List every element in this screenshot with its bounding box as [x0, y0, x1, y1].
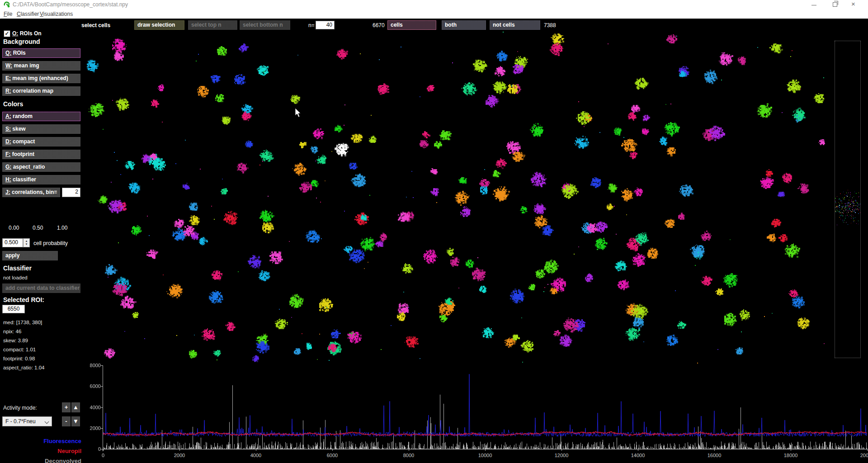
trace-up-button[interactable]: ▲ — [71, 402, 80, 412]
suite2p-window: { "window": { "title": "C:/DATA/BootCamp… — [0, 0, 868, 463]
y-tick-mark — [101, 428, 103, 429]
classifier-heading: Classifier — [3, 265, 32, 272]
menu-classifier[interactable]: Classifier — [17, 11, 39, 17]
x-tick-mark — [791, 449, 791, 451]
mouse-cursor — [295, 108, 302, 118]
x-tick-label: 18000 — [777, 453, 804, 458]
minimap-panel[interactable] — [835, 41, 861, 358]
y-tick-label: 0 — [83, 446, 101, 452]
spin-down-icon: ▼ — [25, 243, 28, 246]
x-tick-mark — [638, 449, 638, 451]
y-tick-label: 2000 — [83, 425, 101, 431]
select-cells-label: select cells — [81, 22, 110, 28]
menu-bar — [0, 9, 868, 19]
y-tick-mark — [101, 407, 103, 408]
color-button-aspect-ratio[interactable]: G: aspect_ratio — [2, 162, 80, 172]
background-button-correlation-map[interactable]: R: correlation map — [2, 86, 80, 96]
roi-stat-compact: compact: 1.01 — [3, 347, 36, 352]
trace-plot[interactable] — [103, 365, 867, 449]
x-tick-mark — [561, 449, 562, 451]
add-to-classifier-button[interactable]: add current data to classifier — [2, 283, 80, 293]
x-tick-mark — [103, 449, 104, 451]
x-tick-mark — [332, 449, 333, 451]
y-tick-label: 6000 — [83, 383, 101, 389]
up-arrow-icon: ▲ — [73, 404, 79, 411]
cell-probability-label: cell probability — [33, 240, 68, 246]
x-tick-label: 8000 — [395, 453, 422, 458]
draw-selection-button[interactable]: draw selection — [134, 20, 184, 30]
trace-zoom-in-button[interactable]: + — [62, 402, 71, 412]
down-arrow-icon: ▼ — [73, 418, 79, 425]
roi-stat-npix: npix: 46 — [3, 329, 21, 334]
roi-stat-footprint: footprint: 0.98 — [3, 356, 35, 361]
selected-roi-heading: Selected ROI: — [3, 296, 44, 303]
activity-mode-label: Activity mode: — [3, 405, 37, 411]
app-icon — [4, 1, 10, 8]
apply-button[interactable]: apply — [2, 251, 58, 260]
background-button-mean-img[interactable]: W: mean img — [2, 61, 80, 71]
x-tick-label: 14000 — [624, 453, 651, 458]
correlation-bin-input[interactable]: 2 — [62, 188, 80, 197]
spin-up-icon: ▲ — [25, 240, 28, 243]
x-tick-mark — [714, 449, 715, 451]
y-axis-line — [103, 365, 103, 451]
color-button-random[interactable]: A: random — [2, 112, 80, 121]
color-button-classifier[interactable]: H: classifier — [2, 175, 80, 184]
cell-probability-input[interactable]: 0.500 — [2, 238, 23, 247]
chevron-down-icon — [45, 420, 49, 424]
rois-on-label: O: ROIs On — [12, 30, 42, 37]
x-tick-label: 20000 — [854, 453, 868, 458]
select-bottom-n-button[interactable]: select bottom n — [240, 20, 290, 30]
y-tick-mark — [101, 365, 103, 366]
color-button-correlations[interactable]: J: correlations, bin= — [2, 188, 60, 197]
not-cells-button[interactable]: not cells — [490, 20, 540, 30]
scale-label-50: 0.50 — [33, 225, 43, 231]
background-button-mean-img-enhanced[interactable]: E: mean img (enhanced) — [2, 74, 80, 83]
x-tick-label: 12000 — [548, 453, 575, 458]
y-tick-label: 8000 — [83, 363, 101, 368]
select-top-n-button[interactable]: select top n — [188, 20, 237, 30]
menu-visualizations[interactable]: Visualizations — [40, 11, 73, 17]
color-button-skew[interactable]: S: skew — [2, 124, 80, 134]
minimize-button[interactable] — [811, 5, 816, 5]
scale-label-0: 0.00 — [9, 225, 19, 231]
y-tick-mark — [101, 449, 103, 449]
n-input[interactable]: 40 — [316, 21, 335, 29]
classifier-status: not loaded — [3, 275, 28, 280]
trace-down-button[interactable]: ▼ — [71, 416, 80, 426]
x-tick-mark — [256, 449, 256, 451]
x-tick-label: 0 — [90, 453, 117, 458]
menu-file[interactable]: File — [4, 11, 12, 17]
background-heading: Background — [3, 38, 40, 45]
title-bar: C:/DATA/BootCamp/mesoscope_cortex/stat.n… — [0, 0, 868, 9]
n-label: n= — [308, 22, 315, 28]
both-button[interactable]: both — [442, 20, 486, 30]
legend-fluorescence: Fluorescence — [1, 438, 81, 444]
x-tick-mark — [179, 449, 180, 451]
y-tick-mark — [101, 386, 103, 387]
selected-roi-input[interactable]: 6550 — [2, 305, 25, 313]
color-button-compact[interactable]: D: compact — [2, 137, 80, 146]
roi-stat-skew: skew: 3.89 — [3, 338, 28, 343]
not-cells-count: 7388 — [544, 22, 556, 28]
legend-neuropil: Neuropil — [1, 448, 81, 454]
trace-zoom-out-button[interactable]: - — [62, 416, 71, 426]
roi-stat-med: med: [1738, 380] — [3, 320, 42, 325]
rois-on-checkbox[interactable]: ✓ — [4, 30, 10, 37]
close-button[interactable]: × — [851, 0, 855, 8]
color-button-footprint[interactable]: F: footprint — [2, 150, 80, 159]
y-tick-label: 4000 — [83, 405, 101, 410]
activity-mode-dropdown[interactable]: F - 0.7*Fneu — [2, 416, 52, 426]
roi-field-view[interactable] — [86, 31, 831, 364]
roi-stat-aspect-ratio: aspect_ratio: 1.04 — [3, 365, 44, 370]
cells-button[interactable]: cells — [387, 20, 436, 30]
x-tick-label: 10000 — [472, 453, 499, 458]
legend-deconvolved: Deconvolved — [1, 458, 81, 463]
restore-button[interactable] — [833, 2, 837, 7]
background-button-rois[interactable]: Q: ROIs — [2, 48, 80, 58]
cells-count: 6670 — [373, 22, 385, 28]
x-tick-mark — [409, 449, 409, 451]
x-tick-mark — [867, 449, 868, 451]
x-tick-mark — [485, 449, 486, 451]
cell-probability-stepper[interactable]: ▲▼ — [23, 238, 30, 247]
